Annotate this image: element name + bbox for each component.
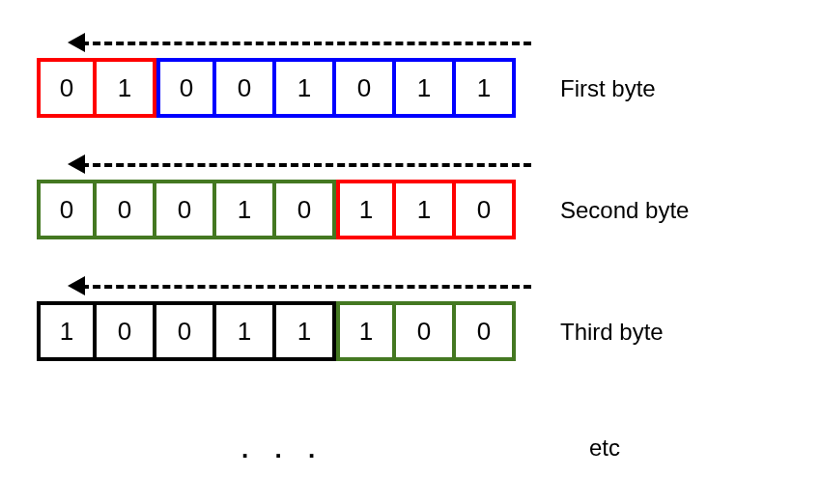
bit-cell: 0 — [156, 58, 216, 118]
byte-label-third: Third byte — [560, 319, 664, 346]
bit-cell: 0 — [456, 180, 516, 239]
arrow-shaft — [81, 285, 531, 289]
byte-diagram: 0 1 0 0 1 0 1 1 First byte 0 0 0 1 0 1 1… — [0, 0, 821, 504]
ellipsis: . . . — [241, 434, 325, 464]
byte-label-second: Second byte — [560, 197, 689, 224]
arrow-shaft — [81, 42, 531, 45]
byte-row-first: 0 1 0 0 1 0 1 1 — [37, 58, 516, 118]
bit-cell: 0 — [336, 58, 396, 118]
bit-cell: 0 — [97, 301, 156, 361]
read-direction-arrow-3 — [68, 276, 531, 295]
bit-cell: 1 — [336, 301, 396, 361]
bit-cell: 1 — [396, 180, 456, 239]
byte-row-second: 0 0 0 1 0 1 1 0 — [37, 180, 516, 239]
bit-cell: 1 — [276, 301, 336, 361]
byte-row-third: 1 0 0 1 1 1 0 0 — [37, 301, 516, 361]
bit-cell: 0 — [396, 301, 456, 361]
bit-cell: 0 — [156, 180, 216, 239]
etc-label: etc — [589, 434, 620, 462]
bit-cell: 1 — [456, 58, 516, 118]
bit-cell: 0 — [276, 180, 336, 239]
bit-cell: 0 — [156, 301, 216, 361]
bit-cell: 0 — [37, 58, 97, 118]
bit-cell: 1 — [97, 58, 156, 118]
bit-cell: 0 — [97, 180, 156, 239]
bit-cell: 0 — [216, 58, 276, 118]
arrow-shaft — [81, 163, 531, 167]
bit-cell: 1 — [336, 180, 396, 239]
read-direction-arrow-2 — [68, 154, 531, 174]
bit-cell: 1 — [37, 301, 97, 361]
bit-cell: 0 — [37, 180, 97, 239]
bit-cell: 1 — [216, 180, 276, 239]
bit-cell: 1 — [396, 58, 456, 118]
bit-cell: 0 — [456, 301, 516, 361]
bit-cell: 1 — [276, 58, 336, 118]
byte-label-first: First byte — [560, 75, 656, 102]
read-direction-arrow-1 — [68, 33, 531, 52]
bit-cell: 1 — [216, 301, 276, 361]
